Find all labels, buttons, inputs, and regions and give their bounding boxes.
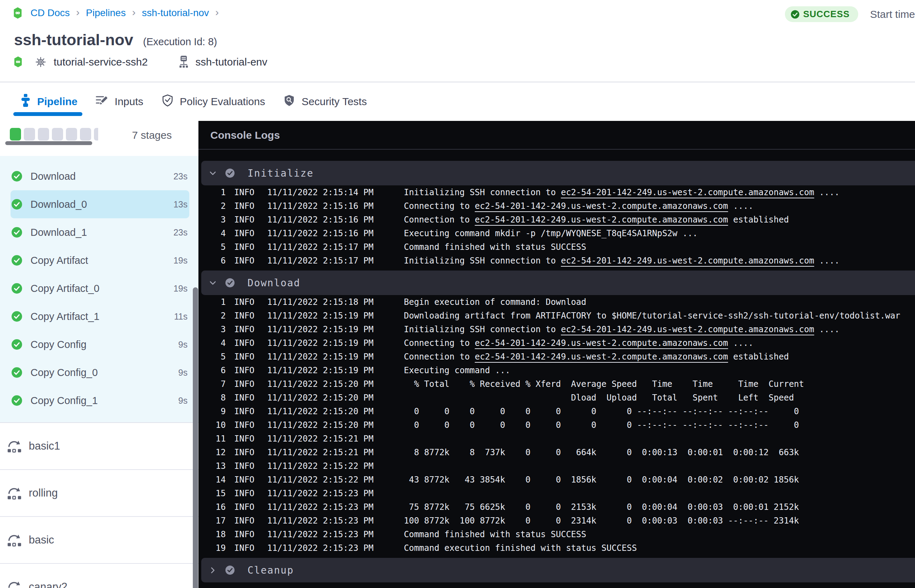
- log-segment: 0 0 0 0 0 0 0 0 --:--:-- --:--:-- --:--:…: [404, 407, 799, 416]
- environment-name[interactable]: ssh-tutorial-env: [195, 56, 267, 68]
- log-link[interactable]: ec2-54-201-142-249.us-west-2.compute.ama…: [561, 256, 814, 266]
- success-check-icon: [11, 199, 22, 210]
- rollback-stage-name: basic: [29, 534, 54, 546]
- log-line: 6 INFO 11/11/2022 2:15:17 PM Initializin…: [199, 254, 915, 268]
- breadcrumb-link[interactable]: CD Docs: [31, 7, 70, 19]
- rollback-stage-list: basic1 rolling basic: [0, 422, 199, 588]
- log-line-number: 8: [199, 391, 226, 405]
- stage-row[interactable]: Copy Artifact 19s: [11, 246, 189, 275]
- chevron-right-icon: ›: [215, 6, 219, 18]
- tab-policy-evaluations[interactable]: Policy Evaluations: [162, 82, 265, 121]
- log-line: 2 INFO 11/11/2022 2:15:16 PM Connecting …: [199, 199, 915, 213]
- log-timestamp: 11/11/2022 2:15:19 PM: [267, 364, 373, 377]
- page-title: ssh-tutorial-nov: [14, 31, 133, 49]
- rollback-stage-row[interactable]: rolling: [0, 470, 199, 517]
- rollback-stage-row[interactable]: canary2: [0, 564, 199, 588]
- stage-square[interactable]: [24, 128, 35, 141]
- horizontal-scrollbar[interactable]: [5, 141, 92, 145]
- log-level: INFO: [234, 199, 254, 213]
- log-message: Downloading artifact from ARTIFACTORY to…: [404, 309, 900, 323]
- log-section-header[interactable]: Download: [201, 271, 915, 295]
- status-area: SUCCESS Start time: [785, 6, 915, 22]
- log-message: Executing command ...: [404, 364, 510, 377]
- log-line-number: 13: [199, 459, 226, 473]
- stage-row[interactable]: Copy Config_0 9s: [11, 359, 189, 386]
- log-timestamp: 11/11/2022 2:15:23 PM: [267, 541, 373, 555]
- log-segment: Begin execution of command: Download: [404, 297, 586, 307]
- tab-inputs[interactable]: Inputs: [96, 82, 143, 121]
- log-timestamp: 11/11/2022 2:15:21 PM: [267, 446, 373, 459]
- log-section-name: Download: [247, 277, 301, 289]
- breadcrumb-link[interactable]: ssh-tutorial-nov: [142, 7, 209, 19]
- stage-name: Download_1: [31, 227, 87, 238]
- log-line-number: 18: [199, 528, 226, 541]
- stages-summary: 7 stages: [0, 121, 199, 156]
- tab-pipeline[interactable]: Pipeline: [20, 82, 78, 121]
- tab-label: Policy Evaluations: [180, 96, 265, 108]
- log-message: Connecting to ec2-54-201-142-249.us-west…: [404, 199, 753, 213]
- service-name[interactable]: tutorial-service-ssh2: [53, 56, 147, 68]
- stage-row[interactable]: Copy Config_1 9s: [11, 386, 189, 415]
- stage-square[interactable]: [80, 128, 91, 141]
- stage-row[interactable]: Copy Artifact_1 11s: [11, 302, 189, 330]
- log-level: INFO: [234, 227, 254, 241]
- stage-row[interactable]: Download 23s: [11, 162, 189, 190]
- stage-square[interactable]: [38, 128, 49, 141]
- log-level: INFO: [234, 309, 254, 323]
- log-line: 19 INFO 11/11/2022 2:15:23 PM Command ex…: [199, 541, 915, 555]
- stage-square[interactable]: [66, 128, 77, 141]
- rollback-stage-row[interactable]: basic: [0, 517, 199, 564]
- stage-square[interactable]: [10, 128, 21, 141]
- stage-row[interactable]: Download_0 13s: [11, 190, 189, 218]
- log-line: 13 INFO 11/11/2022 2:15:22 PM: [199, 459, 915, 473]
- log-line: 17 INFO 11/11/2022 2:15:23 PM 100 8772k …: [199, 514, 915, 528]
- log-section-header[interactable]: Initialize: [201, 161, 915, 185]
- log-line-number: 2: [199, 199, 226, 213]
- log-segment: ....: [728, 338, 753, 348]
- sidebar-scrollbar[interactable]: [193, 288, 198, 588]
- log-segment: Command finished with status SUCCESS: [404, 530, 586, 539]
- inputs-icon: [96, 95, 108, 109]
- rollback-stage-name: basic1: [29, 440, 60, 452]
- stage-square[interactable]: [52, 128, 63, 141]
- log-link[interactable]: ec2-54-201-142-249.us-west-2.compute.ama…: [475, 201, 728, 211]
- stage-row[interactable]: Copy Artifact_0 19s: [11, 275, 189, 302]
- breadcrumb-link[interactable]: Pipelines: [86, 7, 126, 19]
- stage-count-label: 7 stages: [132, 129, 172, 141]
- rollback-stage-row[interactable]: basic1: [0, 423, 199, 470]
- log-message: Initializing SSH connection to ec2-54-20…: [404, 254, 840, 268]
- log-timestamp: 11/11/2022 2:15:20 PM: [267, 377, 373, 391]
- log-level: INFO: [234, 459, 254, 473]
- log-timestamp: 11/11/2022 2:15:22 PM: [267, 459, 373, 473]
- stage-row[interactable]: Download_1 23s: [11, 218, 189, 246]
- stage-duration: 23s: [173, 171, 189, 181]
- log-line: 4 INFO 11/11/2022 2:15:19 PM Connecting …: [199, 336, 915, 350]
- log-timestamp: 11/11/2022 2:15:17 PM: [267, 241, 373, 254]
- log-link[interactable]: ec2-54-201-142-249.us-west-2.compute.ama…: [475, 338, 728, 348]
- service-gear-icon: [35, 56, 47, 68]
- log-section-header[interactable]: Cleanup: [201, 558, 915, 582]
- log-level: INFO: [234, 514, 254, 528]
- stage-square[interactable]: [94, 128, 98, 141]
- log-link[interactable]: ec2-54-201-142-249.us-west-2.compute.ama…: [561, 187, 814, 197]
- log-link[interactable]: ec2-54-201-142-249.us-west-2.compute.ama…: [475, 215, 728, 225]
- log-link[interactable]: ec2-54-201-142-249.us-west-2.compute.ama…: [561, 325, 814, 334]
- tab-security-tests[interactable]: Security Tests: [283, 82, 367, 121]
- chevron-down-icon: [208, 568, 217, 573]
- tab-label: Inputs: [115, 96, 143, 108]
- log-timestamp: 11/11/2022 2:15:19 PM: [267, 336, 373, 350]
- log-link[interactable]: ec2-54-201-142-249.us-west-2.compute.ama…: [475, 352, 728, 362]
- log-segment: 43 8772k 43 3854k 0 0 1856k 0 0:00:04 0:…: [404, 475, 799, 485]
- stage-name: Copy Artifact_0: [31, 283, 100, 294]
- log-line: 18 INFO 11/11/2022 2:15:23 PM Command fi…: [199, 528, 915, 541]
- log-section-name: Cleanup: [247, 565, 294, 576]
- log-message: 0 0 0 0 0 0 0 0 --:--:-- --:--:-- --:--:…: [404, 405, 799, 418]
- log-segment: 100 8772k 100 8772k 0 0 2314k 0 0:00:03 …: [404, 516, 799, 526]
- log-line-number: 4: [199, 227, 226, 241]
- log-line: 16 INFO 11/11/2022 2:15:23 PM 75 8772k 7…: [199, 501, 915, 514]
- log-message: Connection to ec2-54-201-142-249.us-west…: [404, 213, 789, 227]
- stage-row[interactable]: Copy Config 9s: [11, 330, 189, 359]
- log-timestamp: 11/11/2022 2:15:17 PM: [267, 254, 373, 268]
- execution-id: (Execution Id: 8): [143, 36, 217, 48]
- log-segment: 8 8772k 8 737k 0 0 664k 0 0:00:13 0:00:0…: [404, 447, 799, 457]
